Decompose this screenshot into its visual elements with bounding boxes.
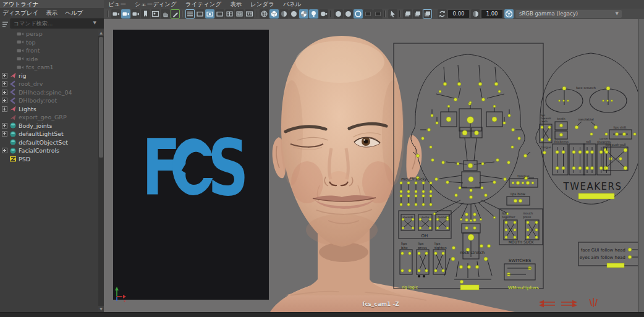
follow-slider[interactable] bbox=[607, 263, 624, 268]
select-camera-icon[interactable] bbox=[111, 9, 121, 19]
isolate-select-icon[interactable] bbox=[354, 9, 363, 19]
label-together: together bbox=[502, 215, 515, 219]
outliner-item-fcs-cam1[interactable]: fcs_cam1 bbox=[0, 63, 98, 72]
xray-icon[interactable] bbox=[363, 9, 373, 19]
expand-icon[interactable] bbox=[2, 98, 7, 103]
viewport-canvas[interactable]: F S bbox=[104, 19, 644, 312]
grease-pencil-icon[interactable] bbox=[171, 9, 180, 19]
menu-display[interactable]: ディスプレイ bbox=[0, 9, 43, 16]
select-tool-icon[interactable] bbox=[388, 9, 397, 19]
outliner-item-label: DHIhead:spine_04 bbox=[19, 89, 72, 96]
outliner-item-side[interactable]: side bbox=[0, 55, 98, 64]
expand-icon[interactable] bbox=[2, 90, 7, 95]
expand-icon[interactable] bbox=[2, 123, 7, 129]
joint-icon bbox=[9, 80, 17, 88]
menu-panels[interactable]: パネル bbox=[279, 1, 305, 7]
expand-icon[interactable] bbox=[2, 81, 7, 87]
expand-icon[interactable] bbox=[2, 148, 7, 153]
outliner-tab[interactable]: アウトライナ bbox=[0, 0, 104, 8]
ambient-occlusion-icon[interactable] bbox=[309, 9, 318, 19]
viewport-toolbar: 0.001.00sRGB gamma (legacy)▼ bbox=[104, 9, 644, 19]
expand-icon[interactable] bbox=[2, 73, 7, 78]
label-teeth: teeth bbox=[557, 117, 565, 120]
scroll-down-icon[interactable]: ▼ bbox=[98, 306, 104, 312]
wireframe-icon[interactable] bbox=[260, 9, 269, 19]
tweakers-slider[interactable] bbox=[578, 193, 614, 199]
outliner-item-top[interactable]: top bbox=[0, 38, 98, 47]
menu-view[interactable]: ビュー bbox=[104, 1, 130, 7]
scroll-up-icon[interactable]: ▲ bbox=[98, 30, 104, 36]
frame-gate-icon[interactable] bbox=[245, 9, 254, 19]
outliner-item-defaultlightset[interactable]: defaultLightSet bbox=[0, 130, 98, 138]
copy-layer-icon[interactable] bbox=[413, 9, 422, 19]
chevron-down-icon: ▼ bbox=[616, 10, 619, 18]
search-filter-icon[interactable] bbox=[1, 19, 9, 27]
outliner-item-rig[interactable]: rig bbox=[0, 72, 98, 80]
image-plane-icon[interactable] bbox=[151, 9, 160, 19]
use-all-lights-icon[interactable] bbox=[289, 9, 299, 19]
outliner-item-psd[interactable]: PSD bbox=[0, 155, 98, 164]
bookmarks-icon[interactable] bbox=[141, 9, 150, 19]
menu-renderer[interactable]: レンダラ bbox=[246, 1, 279, 7]
outliner-item-lights[interactable]: Lights bbox=[0, 105, 98, 114]
expand-icon[interactable] bbox=[2, 106, 7, 112]
safe-title-icon[interactable] bbox=[235, 9, 244, 19]
gamma-field[interactable]: 1.00 bbox=[481, 10, 502, 18]
toolbar-separator bbox=[434, 11, 435, 17]
face-gui-follow-toggle[interactable] bbox=[628, 248, 632, 251]
label-wmmultipliers: WMmultipliers bbox=[508, 285, 539, 290]
safe-action-icon[interactable] bbox=[225, 9, 234, 19]
motion-blur-icon[interactable] bbox=[319, 9, 328, 19]
outliner-item-dhihead-spine-04[interactable]: DHIhead:spine_04 bbox=[0, 88, 98, 97]
outliner-item-body-joints[interactable]: Body_joints bbox=[0, 122, 98, 130]
exposure-field[interactable]: 0.00 bbox=[448, 10, 469, 18]
menu-show[interactable]: 表示 bbox=[43, 9, 62, 16]
menu-shading[interactable]: シェーディング bbox=[130, 1, 181, 7]
resolution-gate-icon[interactable] bbox=[195, 9, 205, 19]
outliner-item-dhibody-root[interactable]: DHIbody:root bbox=[0, 96, 98, 105]
depth-of-field-icon[interactable] bbox=[344, 9, 353, 19]
eyes-aim-follow-toggle[interactable] bbox=[628, 255, 632, 259]
smooth-shaded-icon[interactable] bbox=[269, 9, 279, 19]
pan-zoom-icon[interactable] bbox=[161, 9, 170, 19]
outliner-item-label: export_geo_GRP bbox=[19, 114, 67, 120]
multisample-icon[interactable] bbox=[334, 9, 343, 19]
outliner-item-defaultobjectset[interactable]: defaultObjectSet bbox=[0, 138, 98, 147]
color-management-icon[interactable] bbox=[504, 9, 514, 19]
colorspace-select[interactable]: sRGB gamma (legacy)▼ bbox=[515, 10, 622, 18]
toolbar-separator bbox=[182, 11, 183, 17]
outliner-scrollbar[interactable]: ▲ ▼ bbox=[98, 30, 104, 312]
label-roll: roll bbox=[586, 140, 591, 143]
menu-lighting[interactable]: ライティング bbox=[181, 1, 226, 7]
xray-joints-icon[interactable] bbox=[373, 9, 383, 19]
film-gate-icon[interactable] bbox=[185, 9, 195, 19]
refresh-icon[interactable] bbox=[438, 9, 447, 19]
outliner-item-facialcontrols[interactable]: FacialControls bbox=[0, 146, 98, 155]
scrollbar-thumb[interactable] bbox=[99, 37, 103, 158]
menu-help[interactable]: ヘルプ bbox=[62, 9, 88, 16]
command-search-input[interactable] bbox=[11, 19, 107, 28]
outliner-item-root-drv[interactable]: root_drv bbox=[0, 80, 98, 88]
search-dropdown-icon[interactable]: ▼ bbox=[93, 20, 96, 25]
outliner-item-export-geo-grp[interactable]: export_geo_GRP bbox=[0, 113, 98, 122]
rig-logic-slider[interactable] bbox=[460, 285, 479, 290]
lock-camera-icon[interactable] bbox=[121, 9, 130, 19]
label-ltt-teeth: teeth bbox=[541, 120, 548, 123]
snapshot-icon[interactable] bbox=[403, 9, 412, 19]
toolbar-separator bbox=[384, 11, 386, 17]
field-chart-icon[interactable] bbox=[215, 9, 224, 19]
contrast-icon[interactable] bbox=[471, 9, 480, 19]
joint-icon bbox=[9, 97, 17, 104]
outliner-item-persp[interactable]: persp bbox=[0, 30, 98, 38]
camera-icon bbox=[17, 64, 24, 71]
textured-icon[interactable] bbox=[279, 9, 289, 19]
active-layer-icon[interactable] bbox=[423, 9, 432, 19]
label-lips-3: lips bbox=[418, 242, 424, 246]
menu-show[interactable]: 表示 bbox=[226, 1, 246, 7]
camera-attributes-icon[interactable] bbox=[131, 9, 140, 19]
outliner-item-front[interactable]: front bbox=[0, 46, 98, 55]
expand-icon[interactable] bbox=[2, 131, 7, 137]
gate-mask-icon[interactable] bbox=[205, 9, 214, 19]
shadows-icon[interactable] bbox=[299, 9, 308, 19]
follow-options-box[interactable]: face GUI follow head eyes aim follow hea… bbox=[578, 242, 644, 268]
